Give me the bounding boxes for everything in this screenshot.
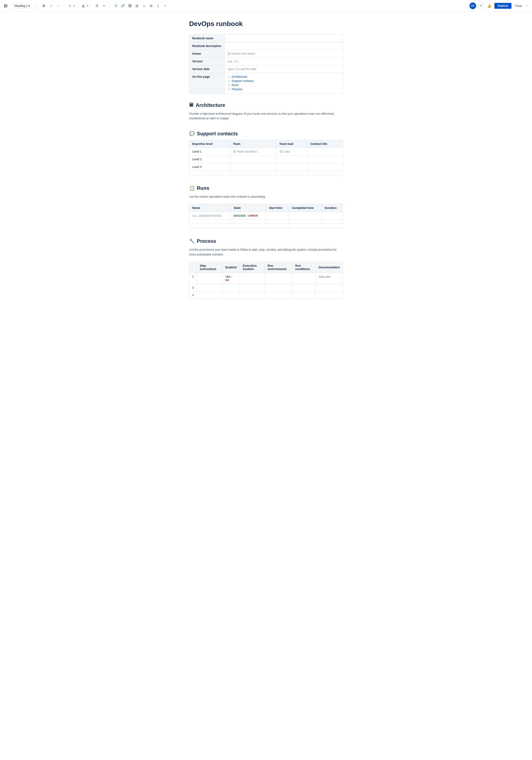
run-env-cell[interactable]: [265, 284, 292, 291]
run-env-cell[interactable]: [265, 291, 292, 299]
duration-cell[interactable]: [322, 212, 343, 219]
italic-button[interactable]: I: [48, 3, 54, 9]
mention-button[interactable]: @: [134, 3, 140, 9]
contact-cell[interactable]: [307, 148, 343, 155]
docs-cell[interactable]: Add a link: [316, 273, 343, 284]
ellipsis-icon: ···: [526, 4, 529, 8]
state-header: State: [231, 204, 266, 212]
process-description: List the procedures your team needs to f…: [189, 247, 343, 257]
plus-insert-button[interactable]: +: [162, 3, 168, 9]
completed-time-cell[interactable]: [289, 224, 322, 228]
link-button[interactable]: 🔗: [119, 3, 126, 9]
level-cell[interactable]: [189, 171, 230, 175]
duration-cell[interactable]: [322, 219, 343, 224]
run-environments-header: Run environments: [265, 262, 292, 273]
runs-heading-text[interactable]: Runs: [197, 185, 209, 191]
add-collaborator-button[interactable]: +: [478, 3, 484, 9]
support-contacts-heading-text[interactable]: Support contacts: [197, 131, 238, 137]
emoji-button[interactable]: ☺: [141, 3, 147, 9]
avatar-button[interactable]: CK: [469, 3, 476, 9]
runbook-name-value[interactable]: [225, 34, 343, 42]
enabled-cell[interactable]: YES / NO: [222, 273, 240, 284]
team-cell[interactable]: [230, 155, 276, 163]
runs-emoji: 📋: [189, 185, 195, 191]
enabled-cell[interactable]: [222, 284, 240, 291]
architecture-heading-text[interactable]: Architecture: [196, 102, 225, 108]
team-placeholder: @ Team members: [233, 150, 257, 153]
bold-button[interactable]: B: [40, 3, 47, 9]
docs-cell[interactable]: [316, 284, 343, 291]
run-name-cell[interactable]: [189, 219, 231, 224]
align-chevron-icon: ▾: [73, 4, 75, 7]
bullet-list-button[interactable]: ☰: [94, 3, 100, 9]
process-link[interactable]: Process: [232, 87, 242, 91]
run-conditions-cell[interactable]: [292, 273, 315, 284]
toolbar-right: CK + 🔔 Publish Close ···: [469, 3, 529, 9]
more-text-button[interactable]: ···: [55, 3, 61, 9]
runbook-desc-value[interactable]: [225, 42, 343, 50]
color-icon: A: [82, 4, 85, 8]
run-state-cell[interactable]: SUCCESS / ERROR: [231, 212, 266, 219]
check-button[interactable]: ☑: [112, 3, 119, 9]
lead-cell[interactable]: [276, 155, 307, 163]
process-heading: 🔧 Process: [189, 238, 343, 244]
completed-time-cell[interactable]: [289, 212, 322, 219]
table-row: e.g., Database backup SUCCESS / ERROR: [189, 212, 343, 219]
image-button[interactable]: 🖼: [127, 3, 133, 9]
team-cell[interactable]: @ Team members: [230, 148, 276, 155]
enabled-cell[interactable]: [222, 291, 240, 299]
team-cell[interactable]: [230, 171, 276, 175]
run-conditions-cell[interactable]: [292, 284, 315, 291]
close-button[interactable]: Close: [513, 3, 524, 9]
runs-link[interactable]: Runs: [232, 83, 239, 87]
architecture-link[interactable]: Architecture: [232, 75, 247, 78]
run-env-cell[interactable]: [265, 273, 292, 284]
level-cell[interactable]: Level 3: [189, 163, 230, 171]
heading-select[interactable]: Heading 2 ▾: [13, 3, 35, 9]
start-time-cell[interactable]: [266, 219, 289, 224]
run-name-cell[interactable]: [189, 224, 231, 228]
step-instructions-cell[interactable]: [197, 273, 222, 284]
run-name-placeholder: e.g., Database backup: [192, 214, 221, 217]
align-button[interactable]: ≡: [66, 3, 73, 9]
runs-heading: 📋 Runs: [189, 185, 343, 191]
version-date-value[interactable]: Type // to add the date: [225, 65, 343, 73]
run-name-cell[interactable]: e.g., Database backup: [189, 212, 231, 219]
process-heading-text[interactable]: Process: [197, 238, 216, 244]
lead-cell[interactable]: @ Lead: [276, 148, 307, 155]
columns-button[interactable]: ⫿: [155, 3, 161, 9]
run-conditions-cell[interactable]: [292, 291, 315, 299]
yes-label: YES: [225, 275, 230, 278]
color-button[interactable]: A: [80, 3, 87, 9]
run-state-cell[interactable]: [231, 224, 266, 228]
publish-button[interactable]: Publish: [494, 3, 511, 9]
duration-cell[interactable]: [322, 224, 343, 228]
level-cell[interactable]: Level 1: [189, 148, 230, 155]
notifications-button[interactable]: 🔔: [486, 3, 493, 9]
start-time-cell[interactable]: [266, 212, 289, 219]
more-options-button[interactable]: ···: [526, 4, 529, 8]
numbered-list-button[interactable]: ≡: [101, 3, 107, 9]
level-cell[interactable]: Level 2: [189, 155, 230, 163]
table-button[interactable]: ⊞: [148, 3, 155, 9]
exec-location-cell[interactable]: [240, 291, 265, 299]
lead-cell[interactable]: [276, 163, 307, 171]
exec-location-cell[interactable]: [240, 284, 265, 291]
step-instructions-cell[interactable]: [197, 284, 222, 291]
owner-value[interactable]: @ mention the owner: [225, 50, 343, 58]
align-icon: ≡: [69, 4, 71, 8]
contact-cell[interactable]: [307, 155, 343, 163]
version-value[interactable]: e.g., 2.3: [225, 58, 343, 65]
run-state-cell[interactable]: [231, 219, 266, 224]
contact-cell[interactable]: [307, 163, 343, 171]
page-title[interactable]: DevOps runbook: [189, 20, 343, 28]
start-time-cell[interactable]: [266, 224, 289, 228]
docs-cell[interactable]: [316, 291, 343, 299]
exec-location-cell[interactable]: [240, 273, 265, 284]
support-contacts-link[interactable]: Support contacts: [232, 79, 253, 82]
team-cell[interactable]: [230, 163, 276, 171]
step-instructions-cell[interactable]: [197, 291, 222, 299]
lead-cell[interactable]: [276, 171, 307, 175]
contact-cell[interactable]: [307, 171, 343, 175]
completed-time-cell[interactable]: [289, 219, 322, 224]
